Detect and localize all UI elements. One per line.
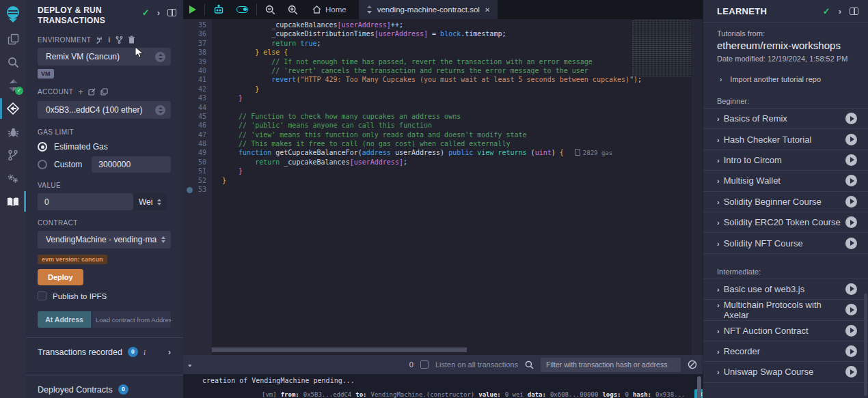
play-tutorial-icon[interactable] bbox=[845, 238, 857, 249]
deploy-run-icon[interactable] bbox=[0, 97, 26, 120]
ai-copilot-robot-icon[interactable] bbox=[207, 0, 230, 19]
run-script-button[interactable] bbox=[183, 0, 202, 19]
tutorial-item[interactable]: ›Multisig Wallet bbox=[703, 171, 868, 191]
split-panel-icon[interactable] bbox=[167, 9, 176, 16]
collapse-terminal-icon[interactable]: ⌄⌄ bbox=[187, 363, 193, 367]
code-line[interactable]: 41 revert("HTTP 429: Too Many Cupcakes (… bbox=[183, 75, 703, 84]
play-tutorial-icon[interactable] bbox=[845, 366, 857, 378]
learneth-book-icon[interactable] bbox=[0, 190, 26, 213]
code-line[interactable]: 36 _cupcakeDistributionTimes[userAddress… bbox=[183, 29, 703, 38]
line-number[interactable]: 43 bbox=[183, 94, 206, 102]
info-icon[interactable]: i bbox=[108, 35, 110, 44]
chevron-right-icon[interactable]: › bbox=[839, 6, 841, 16]
edit-icon[interactable] bbox=[88, 88, 96, 96]
plug-icon[interactable] bbox=[96, 36, 103, 44]
play-tutorial-icon[interactable] bbox=[845, 134, 857, 145]
line-number[interactable]: 40 bbox=[183, 66, 206, 75]
line-number[interactable]: 50 bbox=[183, 158, 206, 167]
line-number[interactable]: 42 bbox=[183, 85, 206, 94]
play-tutorial-icon[interactable] bbox=[845, 325, 857, 337]
line-number[interactable]: 49 bbox=[183, 148, 206, 157]
line-number[interactable]: 46 bbox=[183, 121, 206, 130]
tutorial-item[interactable]: ›NFT Auction Contract bbox=[703, 321, 868, 341]
estimated-gas-radio[interactable] bbox=[38, 142, 47, 152]
code-line[interactable]: 38 } else { bbox=[183, 48, 703, 57]
code-line[interactable]: 39 // If not enough time has passed, rev… bbox=[183, 57, 703, 66]
settings-icon[interactable] bbox=[0, 167, 26, 190]
trash-icon[interactable] bbox=[128, 35, 135, 44]
tutorial-item[interactable]: ›Hash Checker Tutorial bbox=[703, 129, 868, 150]
line-number[interactable]: 52 bbox=[183, 176, 206, 185]
code-line[interactable]: 46 // 'public' means anyone can call thi… bbox=[183, 121, 703, 130]
at-address-input[interactable]: Load contract from Addres bbox=[91, 311, 171, 328]
tutorial-item[interactable]: ›Recorder bbox=[703, 341, 868, 362]
play-tutorial-icon[interactable] bbox=[845, 283, 857, 295]
line-number[interactable]: 41 bbox=[183, 75, 206, 84]
search-icon[interactable] bbox=[0, 51, 26, 74]
value-unit-select[interactable]: Wei bbox=[133, 193, 167, 210]
file-explorer-icon[interactable] bbox=[0, 27, 26, 51]
close-tab-icon[interactable]: ✕ bbox=[485, 6, 490, 14]
copy-icon[interactable] bbox=[100, 88, 108, 96]
code-line[interactable]: 35 _cupcakeBalances[userAddress]++; bbox=[183, 20, 703, 29]
tutorial-item[interactable]: ›Intro to Circom bbox=[703, 150, 868, 171]
code-line[interactable]: 42 } bbox=[183, 85, 703, 94]
code-line[interactable]: 37 return true; bbox=[183, 39, 703, 48]
line-number[interactable]: 39 bbox=[183, 57, 206, 66]
editor-horizontal-scrollbar[interactable] bbox=[212, 347, 467, 352]
code-line[interactable]: 43 } bbox=[183, 94, 703, 102]
remix-logo[interactable] bbox=[0, 0, 26, 27]
code-line[interactable]: 47 // 'view' means this function only re… bbox=[183, 130, 703, 139]
code-line[interactable]: 44 bbox=[183, 103, 703, 112]
clear-console-icon[interactable] bbox=[688, 360, 697, 369]
value-input[interactable]: 0 bbox=[38, 193, 133, 210]
code-editor[interactable]: 35 _cupcakeBalances[userAddress]++;36 _c… bbox=[183, 19, 703, 355]
custom-gas-input[interactable]: 3000000 bbox=[92, 156, 171, 173]
tutorial-item[interactable]: ›Multichain Protocols with Axelar bbox=[703, 300, 868, 320]
minimap[interactable] bbox=[632, 20, 691, 76]
solidity-compiler-icon[interactable]: ✓ bbox=[0, 74, 26, 97]
tutorial-item[interactable]: ›Basics of Remix bbox=[703, 109, 868, 129]
transactions-recorded-section[interactable]: Transactions recorded 0 i › bbox=[26, 337, 183, 365]
code-line[interactable]: 48 // This makes it free to call (no gas… bbox=[183, 139, 703, 148]
tutorial-item[interactable]: ›Solidity ERC20 Token Course bbox=[703, 212, 868, 233]
listen-all-checkbox[interactable] bbox=[420, 360, 429, 369]
line-number[interactable]: 38 bbox=[183, 48, 206, 57]
code-line[interactable]: 53 bbox=[183, 185, 703, 194]
copilot-toggle[interactable] bbox=[230, 0, 254, 19]
play-tutorial-icon[interactable] bbox=[845, 304, 857, 315]
line-number[interactable]: 35 bbox=[183, 20, 206, 29]
terminal-log[interactable]: creation of VendingMachine pending... [v… bbox=[183, 374, 703, 398]
tab-home[interactable]: Home bbox=[304, 0, 355, 19]
terminal-filter-input[interactable]: Filter with transaction hash or address bbox=[541, 358, 681, 372]
tutorial-item[interactable]: ›Solidity Beginner Course bbox=[703, 192, 868, 212]
play-tutorial-icon[interactable] bbox=[845, 175, 857, 186]
tutorial-item[interactable]: ›Solidity NFT Course bbox=[703, 233, 868, 253]
line-number[interactable]: 53 bbox=[183, 185, 206, 194]
contract-select[interactable]: VendingMachine - vending-machin bbox=[38, 231, 171, 248]
code-line[interactable]: 52} bbox=[183, 176, 703, 185]
line-number[interactable]: 44 bbox=[183, 103, 206, 112]
line-number[interactable]: 45 bbox=[183, 112, 206, 121]
tab-file-active[interactable]: vending-machine-contract.sol ✕ bbox=[359, 0, 498, 19]
transaction-log-row[interactable]: [vm]from:0x5B3...eddC4to:VendingMachine.… bbox=[262, 389, 703, 398]
play-tutorial-icon[interactable] bbox=[845, 216, 857, 228]
code-line[interactable]: 40 // 'revert' cancels the transaction a… bbox=[183, 66, 703, 75]
split-panel-icon[interactable] bbox=[850, 8, 858, 15]
git-icon[interactable] bbox=[0, 143, 26, 167]
line-number[interactable]: 51 bbox=[183, 167, 206, 175]
debugger-icon[interactable] bbox=[0, 120, 26, 143]
chevron-right-icon[interactable]: › bbox=[157, 8, 160, 18]
play-tutorial-icon[interactable] bbox=[845, 154, 857, 166]
zoom-in-button[interactable] bbox=[282, 0, 304, 19]
play-tutorial-icon[interactable] bbox=[845, 113, 857, 124]
line-number[interactable]: 48 bbox=[183, 139, 206, 148]
import-tutorial-repo[interactable]: › Import another tutorial repo bbox=[703, 63, 868, 83]
editor-scrollbar-track[interactable] bbox=[692, 19, 703, 355]
publish-ipfs-checkbox[interactable] bbox=[38, 292, 46, 300]
play-tutorial-icon[interactable] bbox=[845, 196, 857, 208]
play-tutorial-icon[interactable] bbox=[845, 345, 857, 357]
deploy-button[interactable]: Deploy bbox=[38, 269, 83, 285]
line-number[interactable]: 47 bbox=[183, 130, 206, 139]
zoom-out-button[interactable] bbox=[259, 0, 282, 19]
